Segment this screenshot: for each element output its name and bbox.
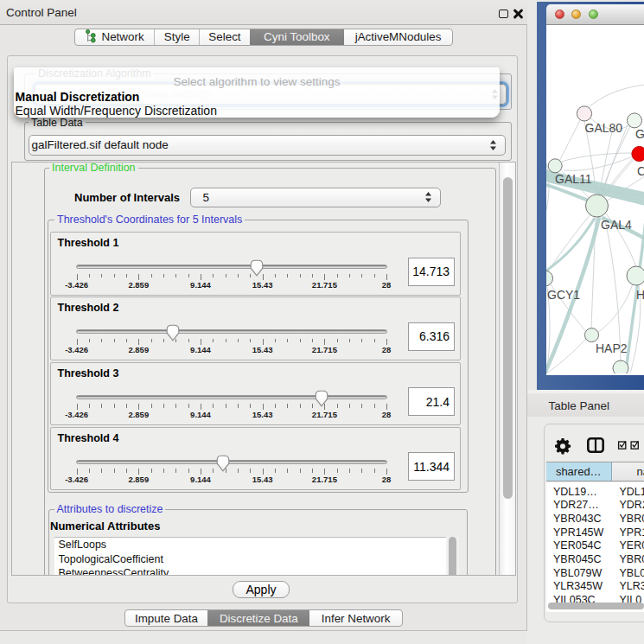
svg-text:HA: HA <box>636 288 644 302</box>
svg-text:C: C <box>637 164 644 178</box>
svg-text:GA: GA <box>635 127 644 141</box>
svg-text:HAP2: HAP2 <box>596 341 628 355</box>
svg-text:GAL80: GAL80 <box>584 121 622 135</box>
svg-text:GAL11: GAL11 <box>555 172 592 186</box>
svg-text:GCY1: GCY1 <box>547 288 580 302</box>
svg-text:GAL4: GAL4 <box>601 218 632 232</box>
